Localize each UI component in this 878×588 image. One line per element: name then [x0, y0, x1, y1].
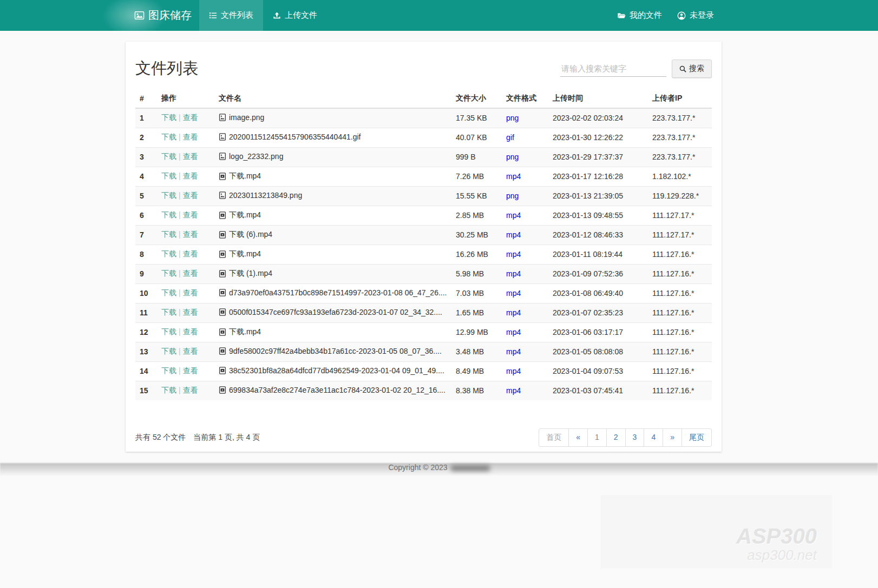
- download-link[interactable]: 下载: [161, 269, 176, 278]
- download-link[interactable]: 下载: [161, 386, 176, 394]
- uploader-ip: 111.127.16.*: [648, 381, 712, 400]
- download-link[interactable]: 下载: [161, 171, 176, 180]
- format-link[interactable]: mp4: [506, 211, 521, 220]
- view-link[interactable]: 查看: [183, 366, 198, 375]
- download-link[interactable]: 下载: [161, 230, 176, 239]
- file-name: 下载.mp4: [229, 327, 261, 337]
- format-link[interactable]: mp4: [506, 269, 521, 278]
- format-link[interactable]: mp4: [506, 386, 521, 395]
- list-icon: [209, 11, 217, 19]
- pagination-item-6[interactable]: »: [663, 428, 682, 447]
- view-link[interactable]: 查看: [183, 133, 198, 141]
- format-link[interactable]: png: [506, 191, 519, 200]
- file-size: 5.98 MB: [451, 264, 502, 283]
- pagination: 首页«1234»尾页: [539, 428, 712, 447]
- format-link[interactable]: mp4: [506, 367, 521, 375]
- view-link[interactable]: 查看: [183, 308, 198, 316]
- action-separator: |: [179, 308, 181, 316]
- row-index: 5: [135, 186, 157, 206]
- file-name: 699834a73af2e8c274e7a3e11ac1c784-2023-01…: [229, 386, 445, 394]
- action-separator: |: [179, 249, 181, 258]
- view-link[interactable]: 查看: [183, 327, 198, 336]
- video-file-icon: [219, 289, 226, 296]
- view-link[interactable]: 查看: [183, 230, 198, 239]
- table-row: 3 下载|查看 logo_22332.png 999 B png 2023-01…: [135, 147, 712, 167]
- format-link[interactable]: png: [506, 153, 519, 161]
- view-link[interactable]: 查看: [183, 288, 198, 297]
- format-link[interactable]: mp4: [506, 250, 521, 259]
- download-link[interactable]: 下载: [161, 133, 176, 141]
- file-size: 2.85 MB: [451, 206, 502, 225]
- pagination-item-7[interactable]: 尾页: [682, 428, 712, 447]
- format-link[interactable]: png: [506, 114, 519, 122]
- corner-watermark: ASP300 asp300.net: [601, 495, 832, 568]
- pagination-item-4[interactable]: 3: [625, 428, 645, 447]
- search-input[interactable]: [560, 61, 666, 77]
- file-size: 8.38 MB: [451, 381, 502, 400]
- file-name: 38c52301bf8a28a64dfcd77db4962549-2023-01…: [229, 366, 444, 375]
- search-icon: [679, 65, 686, 72]
- format-link[interactable]: mp4: [506, 172, 521, 181]
- pagination-item-2[interactable]: 1: [587, 428, 607, 447]
- download-link[interactable]: 下载: [161, 249, 176, 258]
- pagination-item-5[interactable]: 4: [644, 428, 663, 447]
- nav-my-files[interactable]: 我的文件: [610, 0, 670, 31]
- view-link[interactable]: 查看: [183, 210, 198, 219]
- download-link[interactable]: 下载: [161, 366, 176, 375]
- table-row: 10 下载|查看 d73a970ef0a437517b0c898e7151499…: [135, 283, 712, 303]
- format-link[interactable]: mp4: [506, 328, 521, 336]
- view-link[interactable]: 查看: [183, 152, 198, 161]
- video-file-icon: [219, 212, 226, 219]
- format-link[interactable]: mp4: [506, 308, 521, 317]
- file-name: 下载.mp4: [229, 249, 261, 259]
- download-link[interactable]: 下载: [161, 288, 176, 297]
- pagination-item-1[interactable]: «: [568, 428, 588, 447]
- format-link[interactable]: mp4: [506, 230, 521, 239]
- download-link[interactable]: 下载: [161, 113, 176, 122]
- nav-login-status[interactable]: 未登录: [670, 0, 722, 31]
- view-link[interactable]: 查看: [183, 249, 198, 258]
- action-separator: |: [179, 269, 181, 278]
- format-link[interactable]: mp4: [506, 289, 521, 298]
- column-header: #: [135, 89, 157, 108]
- table-row: 2 下载|查看 20200115124554157906355440441.gi…: [135, 128, 712, 147]
- row-index: 2: [135, 128, 157, 147]
- view-link[interactable]: 查看: [183, 191, 198, 200]
- video-file-icon: [219, 173, 226, 180]
- view-link[interactable]: 查看: [183, 386, 198, 394]
- download-link[interactable]: 下载: [161, 191, 176, 200]
- file-name: logo_22332.png: [229, 152, 283, 161]
- file-name: 20230113213849.png: [229, 191, 302, 200]
- summary-total: 共有 52 个文件: [135, 433, 186, 441]
- pagination-item-3[interactable]: 2: [606, 428, 626, 447]
- search-button[interactable]: 搜索: [672, 60, 712, 78]
- tab-file-list[interactable]: 文件列表: [199, 0, 263, 31]
- view-link[interactable]: 查看: [183, 171, 198, 180]
- file-size: 7.03 MB: [451, 283, 502, 303]
- file-name: 20200115124554157906355440441.gif: [229, 133, 361, 141]
- download-link[interactable]: 下载: [161, 152, 176, 161]
- download-link[interactable]: 下载: [161, 308, 176, 316]
- download-link[interactable]: 下载: [161, 327, 176, 336]
- view-link[interactable]: 查看: [183, 269, 198, 278]
- table-row: 7 下载|查看 下载 (6).mp4 30.25 MB mp4 2023-01-…: [135, 225, 712, 245]
- uploader-ip: 111.127.16.*: [648, 361, 712, 381]
- format-link[interactable]: gif: [506, 133, 514, 142]
- tab-upload-file[interactable]: 上传文件: [263, 0, 327, 31]
- table-row: 6 下载|查看 下载.mp4 2.85 MB mp4 2023-01-13 09…: [135, 206, 712, 225]
- uploader-ip: 111.127.17.*: [648, 225, 712, 245]
- table-row: 9 下载|查看 下载 (1).mp4 5.98 MB mp4 2023-01-0…: [135, 264, 712, 283]
- file-size: 30.25 MB: [451, 225, 502, 245]
- brand-link[interactable]: 图床储存: [126, 0, 199, 31]
- table-row: 1 下载|查看 image.png 17.35 KB png 2023-02-0…: [135, 108, 712, 128]
- copyright-text: Copyright © 2023: [0, 459, 878, 475]
- pagination-item-0[interactable]: 首页: [539, 428, 569, 447]
- download-link[interactable]: 下载: [161, 210, 176, 219]
- file-size: 8.49 MB: [451, 361, 502, 381]
- video-file-icon: [219, 231, 226, 239]
- format-link[interactable]: mp4: [506, 347, 521, 356]
- brand-label: 图床储存: [148, 8, 192, 23]
- view-link[interactable]: 查看: [183, 347, 198, 355]
- view-link[interactable]: 查看: [183, 113, 198, 122]
- download-link[interactable]: 下载: [161, 347, 176, 355]
